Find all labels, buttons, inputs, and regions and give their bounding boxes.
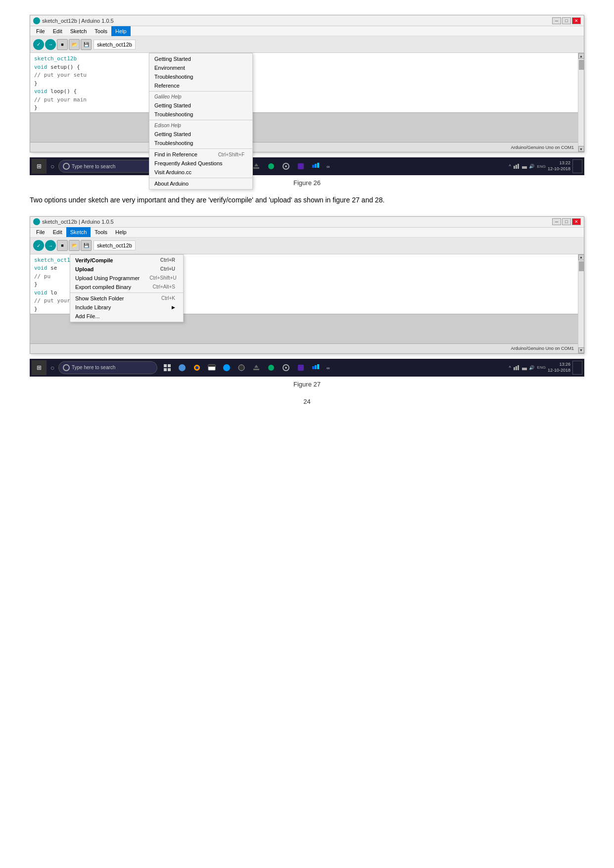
dropdown-galileo-start-26[interactable]: Getting Started: [149, 101, 252, 110]
show-desktop-27[interactable]: [572, 361, 582, 375]
figure26-window: sketch_oct12b | Arduino 1.0.5 ─ □ ✕ File…: [30, 15, 584, 152]
taskbar-icon-8-26[interactable]: [264, 159, 278, 173]
dropdown-verify-27[interactable]: Verify/Compile Ctrl+R: [70, 256, 183, 265]
tray-eng-26: ENG: [537, 164, 546, 169]
svg-rect-40: [298, 365, 304, 371]
menu-sketch-27[interactable]: Sketch: [66, 227, 91, 237]
taskbar-icon-10-27[interactable]: [294, 361, 308, 375]
taskbar-icon-11-26[interactable]: [309, 159, 323, 173]
svg-rect-43: [317, 364, 319, 369]
scroll-down-27[interactable]: ▼: [578, 347, 584, 353]
menu-help-27[interactable]: Help: [111, 227, 131, 237]
menu-help-26[interactable]: Help: [111, 26, 131, 36]
svg-point-33: [223, 364, 230, 371]
maximize-button-27[interactable]: □: [562, 218, 571, 225]
taskbar-icon-5-27[interactable]: [220, 361, 234, 375]
scroll-up-26[interactable]: ▲: [578, 53, 584, 59]
menu-tools-26[interactable]: Tools: [91, 26, 111, 36]
menu-file-26[interactable]: File: [32, 26, 49, 36]
status-text-26: Arduino/Genuino Uno on COM1: [511, 145, 574, 150]
dropdown-troubleshooting-1-26[interactable]: Troubleshooting: [149, 72, 252, 81]
upload-btn-27[interactable]: →: [45, 240, 56, 251]
taskbar-icon-9-26[interactable]: [279, 159, 293, 173]
svg-rect-23: [518, 164, 519, 169]
minimize-button-26[interactable]: ─: [552, 17, 561, 24]
cortana-btn-26[interactable]: ○: [47, 159, 57, 173]
taskbar-search-text-26: Type here to search: [72, 164, 115, 169]
window-controls-27: ─ □ ✕: [552, 218, 581, 225]
dropdown-include-lib-27[interactable]: Include Library ▶: [70, 303, 183, 312]
menu-edit-26[interactable]: Edit: [49, 26, 66, 36]
taskbar-search-bar-27[interactable]: Type here to search: [58, 361, 157, 374]
taskbar-icon-9-27[interactable]: [279, 361, 293, 375]
menu-edit-27[interactable]: Edit: [49, 227, 66, 237]
svg-point-30: [195, 366, 198, 369]
verify-btn-27[interactable]: ✓: [33, 240, 44, 251]
dropdown-upload-prog-27[interactable]: Upload Using Programmer Ctrl+Shift+U: [70, 274, 183, 283]
dropdown-visit-26[interactable]: Visit Arduino.cc: [149, 168, 252, 177]
menu-sketch-26[interactable]: Sketch: [66, 26, 91, 36]
svg-rect-45: [514, 367, 515, 370]
toolbar-27: ✓ → ■ 📂 💾 sketch_oct12b: [30, 238, 584, 254]
dropdown-show-folder-27[interactable]: Show Sketch Folder Ctrl+K: [70, 294, 183, 303]
svg-rect-18: [315, 164, 317, 168]
taskbar-icon-4-27[interactable]: [205, 361, 219, 375]
figure27-window: sketch_oct12b | Arduino 1.0.5 ─ □ ✕ File…: [30, 216, 584, 354]
dropdown-add-file-27[interactable]: Add File...: [70, 312, 183, 321]
new-btn-26[interactable]: ■: [57, 39, 68, 50]
taskbar-icon-3-27[interactable]: [190, 361, 204, 375]
dropdown-galileo-trouble-26[interactable]: Troubleshooting: [149, 110, 252, 119]
dropdown-find-ref-26[interactable]: Find in Reference Ctrl+Shift+F: [149, 150, 252, 159]
scroll-thumb-27[interactable]: [579, 261, 584, 271]
cortana-btn-27[interactable]: ○: [47, 361, 57, 375]
start-button-27[interactable]: ⊞: [32, 360, 47, 375]
menu-bar-27: File Edit Sketch Tools Help: [30, 228, 584, 238]
menu-file-27[interactable]: File: [32, 227, 49, 237]
dropdown-faq-26[interactable]: Frequently Asked Questions: [149, 159, 252, 168]
dropdown-edison-start-26[interactable]: Getting Started: [149, 130, 252, 139]
taskbar-search-bar-26[interactable]: Type here to search: [58, 160, 157, 173]
taskbar-icon-1-27[interactable]: [160, 361, 174, 375]
code-line-5-26: }: [34, 80, 574, 88]
minimize-button-27[interactable]: ─: [552, 218, 561, 225]
taskbar-icon-10-26[interactable]: [294, 159, 308, 173]
svg-rect-26: [168, 364, 171, 367]
taskbar-icon-7-27[interactable]: [249, 361, 263, 375]
menu-tools-27[interactable]: Tools: [91, 227, 111, 237]
dropdown-getting-started-1-26[interactable]: Getting Started: [149, 54, 252, 63]
close-button-26[interactable]: ✕: [572, 17, 581, 24]
taskbar-icon-12-26[interactable]: ∞: [324, 159, 337, 173]
scroll-up-27[interactable]: ▲: [578, 254, 584, 260]
taskbar-icon-6-27[interactable]: [235, 361, 248, 375]
dropdown-reference-26[interactable]: Reference: [149, 81, 252, 90]
sketch-tab-label-26: sketch_oct12b: [97, 42, 132, 48]
dropdown-export-binary-27[interactable]: Export compiled Binary Ctrl+Alt+S: [70, 283, 183, 291]
help-dropdown-26: Getting Started Environment Troubleshoot…: [149, 53, 253, 190]
svg-marker-36: [254, 365, 258, 368]
dropdown-environment-26[interactable]: Environment: [149, 63, 252, 72]
upload-btn-26[interactable]: →: [45, 39, 56, 50]
start-button-26[interactable]: ⊞: [32, 159, 47, 174]
close-button-27[interactable]: ✕: [572, 218, 581, 225]
taskbar-icon-8-27[interactable]: [264, 361, 278, 375]
vertical-scroll-26: ▲ ▼: [578, 53, 584, 152]
new-btn-27[interactable]: ■: [57, 240, 68, 251]
svg-rect-35: [253, 369, 259, 370]
scroll-thumb-26[interactable]: [579, 60, 584, 70]
status-text-27: Arduino/Genuino Uno on COM1: [511, 346, 574, 351]
maximize-button-26[interactable]: □: [562, 17, 571, 24]
figure27-caption: Figure 27: [30, 381, 584, 388]
save-btn-27[interactable]: 💾: [81, 240, 92, 251]
taskbar-icon-11-27[interactable]: [309, 361, 323, 375]
save-btn-26[interactable]: 💾: [81, 39, 92, 50]
scroll-down-26[interactable]: ▼: [578, 146, 584, 152]
open-btn-27[interactable]: 📂: [69, 240, 80, 251]
open-btn-26[interactable]: 📂: [69, 39, 80, 50]
show-desktop-26[interactable]: [572, 159, 582, 173]
taskbar-icon-12-27[interactable]: ∞: [324, 361, 337, 375]
dropdown-edison-trouble-26[interactable]: Troubleshooting: [149, 139, 252, 147]
verify-btn-26[interactable]: ✓: [33, 39, 44, 50]
taskbar-icon-2-27[interactable]: [175, 361, 189, 375]
dropdown-about-26[interactable]: About Arduino: [149, 179, 252, 188]
dropdown-upload-27[interactable]: Upload Ctrl+U: [70, 265, 183, 274]
